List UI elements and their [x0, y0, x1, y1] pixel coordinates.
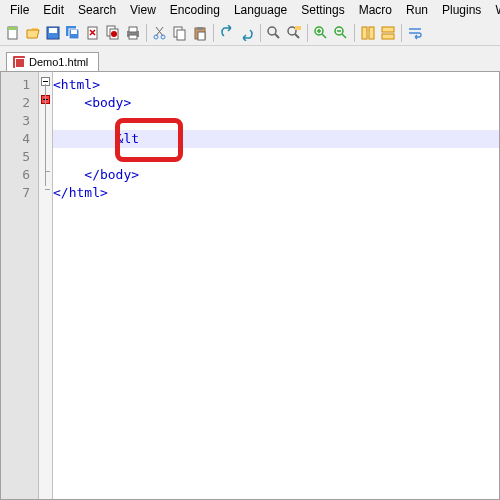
svg-rect-19 [197, 27, 203, 30]
menu-window[interactable]: Win [489, 1, 500, 19]
separator-icon [146, 24, 147, 42]
menu-macro[interactable]: Macro [353, 1, 398, 19]
file-modified-icon [13, 56, 25, 68]
menu-encoding[interactable]: Encoding [164, 1, 226, 19]
svg-rect-3 [49, 28, 57, 33]
code-line: </html> [53, 185, 108, 200]
line-number: 3 [1, 112, 38, 130]
find-icon[interactable] [265, 24, 283, 42]
menu-run[interactable]: Run [400, 1, 434, 19]
svg-rect-6 [71, 30, 77, 34]
wrap-icon[interactable] [406, 24, 424, 42]
line-number: 6 [1, 166, 38, 184]
sync-v-icon[interactable] [359, 24, 377, 42]
replace-icon[interactable] [285, 24, 303, 42]
code-area[interactable]: <html> <body> &lt </body> </html> [53, 72, 499, 499]
tab-bar: Demo1.html [0, 46, 500, 72]
paste-icon[interactable] [191, 24, 209, 42]
tab-title: Demo1.html [29, 56, 88, 68]
separator-icon [213, 24, 214, 42]
menu-view[interactable]: View [124, 1, 162, 19]
svg-rect-13 [129, 35, 137, 39]
save-all-icon[interactable] [64, 24, 82, 42]
menubar: File Edit Search View Encoding Language … [0, 0, 500, 20]
menu-search[interactable]: Search [72, 1, 122, 19]
save-icon[interactable] [44, 24, 62, 42]
svg-rect-17 [177, 30, 185, 40]
close-icon[interactable] [84, 24, 102, 42]
svg-rect-29 [382, 34, 394, 39]
code-line: <body> [53, 95, 131, 110]
sync-h-icon[interactable] [379, 24, 397, 42]
menu-language[interactable]: Language [228, 1, 293, 19]
svg-point-10 [111, 31, 117, 37]
separator-icon [260, 24, 261, 42]
menu-file[interactable]: File [4, 1, 35, 19]
print-icon[interactable] [124, 24, 142, 42]
separator-icon [401, 24, 402, 42]
code-line: <html> [53, 77, 100, 92]
toolbar [0, 20, 500, 46]
code-line [53, 112, 499, 130]
svg-point-21 [268, 27, 276, 35]
line-number: 1 [1, 76, 38, 94]
svg-rect-12 [129, 27, 137, 32]
line-number: 7 [1, 184, 38, 202]
svg-rect-26 [362, 27, 367, 39]
line-number: 2 [1, 94, 38, 112]
menu-plugins[interactable]: Plugins [436, 1, 487, 19]
code-line: &lt [53, 131, 139, 146]
fold-end-icon [45, 189, 50, 190]
fold-margin[interactable] [39, 72, 53, 499]
menu-settings[interactable]: Settings [295, 1, 350, 19]
svg-rect-23 [295, 26, 301, 30]
undo-icon[interactable] [218, 24, 236, 42]
svg-rect-1 [8, 27, 17, 30]
cut-icon[interactable] [151, 24, 169, 42]
zoom-in-icon[interactable] [312, 24, 330, 42]
new-icon[interactable] [4, 24, 22, 42]
redo-icon[interactable] [238, 24, 256, 42]
code-line [53, 148, 499, 166]
separator-icon [307, 24, 308, 42]
fold-end-icon [45, 171, 50, 172]
code-line: </body> [53, 167, 139, 182]
line-number: 5 [1, 148, 38, 166]
zoom-out-icon[interactable] [332, 24, 350, 42]
line-gutter: 1 2 3 4 5 6 7 [1, 72, 39, 499]
svg-rect-27 [369, 27, 374, 39]
menu-edit[interactable]: Edit [37, 1, 70, 19]
svg-point-22 [288, 27, 296, 35]
svg-rect-28 [382, 27, 394, 32]
separator-icon [354, 24, 355, 42]
editor[interactable]: 1 2 3 4 5 6 7 <html> <body> &lt </body> … [0, 72, 500, 500]
open-icon[interactable] [24, 24, 42, 42]
svg-rect-20 [198, 32, 205, 40]
line-number: 4 [1, 130, 38, 148]
close-all-icon[interactable] [104, 24, 122, 42]
copy-icon[interactable] [171, 24, 189, 42]
tab-demo1[interactable]: Demo1.html [6, 52, 99, 71]
